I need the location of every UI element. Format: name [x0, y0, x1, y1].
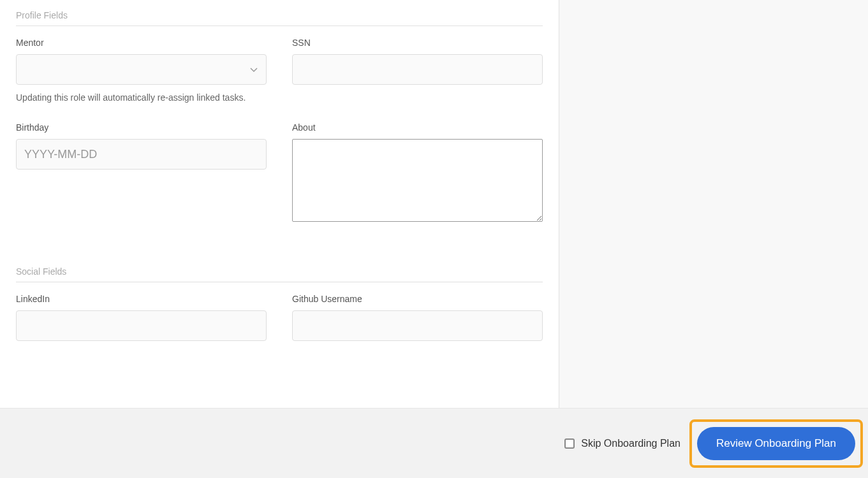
ssn-input[interactable]: [292, 54, 543, 85]
profile-fields-header: Profile Fields: [16, 0, 543, 26]
ssn-group: SSN: [292, 38, 543, 105]
birthday-group: Birthday: [16, 122, 267, 224]
github-label: Github Username: [292, 294, 543, 304]
mentor-select[interactable]: [16, 54, 267, 85]
birthday-label: Birthday: [16, 122, 267, 133]
skip-onboarding-checkbox[interactable]: [564, 438, 575, 449]
about-label: About: [292, 122, 543, 133]
linkedin-input[interactable]: [16, 310, 267, 341]
about-textarea[interactable]: [292, 139, 543, 222]
social-fields-header: Social Fields: [16, 256, 543, 282]
birthday-input[interactable]: [16, 139, 267, 170]
side-panel: [559, 0, 868, 408]
form-panel: Profile Fields Mentor Updating this role…: [0, 0, 559, 408]
mentor-group: Mentor Updating this role will automatic…: [16, 38, 267, 105]
linkedin-label: LinkedIn: [16, 294, 267, 304]
mentor-label: Mentor: [16, 38, 267, 48]
github-input[interactable]: [292, 310, 543, 341]
review-onboarding-button[interactable]: Review Onboarding Plan: [697, 427, 855, 460]
github-group: Github Username: [292, 294, 543, 341]
ssn-label: SSN: [292, 38, 543, 48]
mentor-help-text: Updating this role will automatically re…: [16, 91, 267, 105]
review-button-highlight: Review Onboarding Plan: [689, 419, 863, 468]
about-group: About: [292, 122, 543, 224]
linkedin-group: LinkedIn: [16, 294, 267, 341]
skip-onboarding-label[interactable]: Skip Onboarding Plan: [581, 438, 680, 449]
footer-bar: Skip Onboarding Plan Review Onboarding P…: [0, 408, 868, 478]
